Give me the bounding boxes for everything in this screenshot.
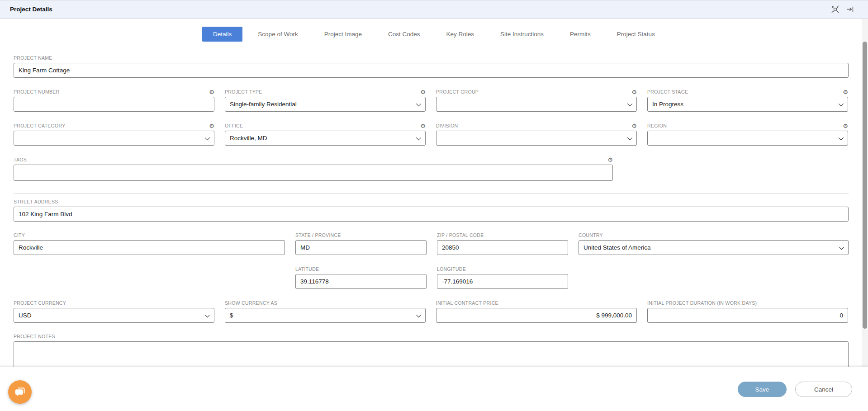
chevron-down-icon — [627, 135, 632, 140]
field-street-address: STREET ADDRESS — [14, 198, 849, 222]
field-project-name: PROJECT NAME — [14, 55, 849, 78]
window-actions — [830, 5, 854, 14]
field-country: COUNTRY United States of America — [579, 232, 849, 255]
chevron-down-icon — [205, 312, 210, 317]
scrollbar-thumb[interactable] — [863, 42, 867, 329]
vertical-scrollbar[interactable] — [862, 19, 868, 411]
gear-icon[interactable] — [209, 123, 214, 129]
initial-contract-price-input[interactable] — [436, 308, 637, 323]
exit-fullscreen-icon[interactable] — [830, 5, 840, 14]
street-address-input[interactable] — [14, 207, 849, 222]
region-select[interactable] — [647, 131, 848, 146]
initial-duration-label: INITIAL PROJECT DURATION (IN WORK DAYS) — [647, 300, 757, 306]
office-select[interactable]: Rockville, MD — [225, 131, 426, 146]
field-city: CITY — [14, 232, 285, 255]
state-input[interactable] — [295, 240, 427, 255]
tags-label: TAGS — [14, 157, 27, 162]
field-project-group: PROJECT GROUP — [436, 89, 637, 112]
project-stage-select[interactable]: In Progress — [647, 97, 848, 112]
field-project-number: PROJECT NUMBER — [14, 89, 214, 112]
cancel-button[interactable]: Cancel — [795, 382, 852, 397]
division-label: DIVISION — [436, 123, 458, 128]
field-region: REGION — [647, 123, 848, 146]
project-details-window: Project Details Details — [0, 0, 868, 411]
field-longitude: LONGITUDE — [437, 266, 568, 289]
street-address-label: STREET ADDRESS — [14, 199, 58, 204]
project-name-input[interactable] — [14, 63, 849, 78]
gear-icon[interactable] — [209, 89, 214, 95]
office-value: Rockville, MD — [230, 135, 267, 142]
chevron-down-icon — [416, 312, 421, 317]
field-project-stage: PROJECT STAGE In Progress — [647, 89, 848, 112]
city-label: CITY — [14, 232, 25, 238]
region-label: REGION — [647, 123, 667, 128]
initial-duration-input[interactable] — [647, 308, 848, 323]
gear-icon[interactable] — [843, 89, 848, 95]
details-form: PROJECT NAME PROJECT NUMBER PROJECT TYPE — [14, 55, 849, 382]
show-currency-as-select[interactable]: $ — [225, 308, 426, 323]
city-input[interactable] — [14, 240, 285, 255]
tags-input[interactable] — [14, 165, 613, 181]
office-label: OFFICE — [225, 123, 243, 128]
initial-contract-price-label: INITIAL CONTRACT PRICE — [436, 300, 498, 306]
chevron-down-icon — [416, 101, 421, 106]
gear-icon[interactable] — [631, 123, 637, 129]
tab-scope-of-work[interactable]: Scope of Work — [247, 27, 308, 42]
save-button[interactable]: Save — [738, 382, 787, 397]
project-currency-label: PROJECT CURRENCY — [14, 300, 66, 306]
project-name-label: PROJECT NAME — [14, 55, 52, 61]
tab-details[interactable]: Details — [202, 27, 242, 42]
chat-bubbles-icon — [14, 386, 26, 398]
gear-icon[interactable] — [420, 89, 426, 95]
field-zip: ZIP / POSTAL CODE — [437, 232, 568, 255]
field-tags: TAGS — [14, 156, 613, 181]
project-number-input[interactable] — [14, 97, 214, 112]
chevron-down-icon — [839, 101, 844, 106]
chevron-down-icon — [627, 101, 632, 106]
tab-project-status[interactable]: Project Status — [606, 27, 666, 42]
longitude-label: LONGITUDE — [437, 266, 466, 272]
project-group-select[interactable] — [436, 97, 637, 112]
show-currency-as-label: SHOW CURRENCY AS — [225, 300, 277, 306]
window-header: Project Details — [0, 0, 868, 19]
field-initial-duration: INITIAL PROJECT DURATION (IN WORK DAYS) — [647, 300, 848, 323]
field-project-type: PROJECT TYPE Single-family Residential — [225, 89, 426, 112]
project-type-value: Single-family Residential — [230, 101, 297, 108]
latitude-input[interactable] — [295, 274, 427, 289]
project-currency-select[interactable]: USD — [14, 308, 214, 323]
tab-cost-codes[interactable]: Cost Codes — [377, 27, 431, 42]
tab-project-image[interactable]: Project Image — [313, 27, 373, 42]
show-currency-as-value: $ — [230, 312, 233, 319]
tab-key-roles[interactable]: Key Roles — [436, 27, 485, 42]
project-number-label: PROJECT NUMBER — [14, 89, 59, 94]
chat-widget-button[interactable] — [8, 380, 32, 404]
tab-site-instructions[interactable]: Site Instructions — [489, 27, 555, 42]
field-latitude: LATITUDE — [295, 266, 427, 289]
window-title: Project Details — [10, 6, 52, 13]
project-type-select[interactable]: Single-family Residential — [225, 97, 426, 112]
tab-bar: Details Scope of Work Project Image Cost… — [0, 27, 868, 42]
project-category-select[interactable] — [14, 131, 214, 146]
project-type-label: PROJECT TYPE — [225, 89, 262, 94]
gear-icon[interactable] — [631, 89, 637, 95]
latitude-label: LATITUDE — [295, 266, 319, 272]
dock-right-icon[interactable] — [845, 5, 854, 14]
project-category-label: PROJECT CATEGORY — [14, 123, 66, 128]
tab-permits[interactable]: Permits — [559, 27, 602, 42]
field-show-currency-as: SHOW CURRENCY AS $ — [225, 300, 426, 323]
footer-bar: Save Cancel — [0, 367, 868, 411]
zip-input[interactable] — [437, 240, 568, 255]
field-initial-contract-price: INITIAL CONTRACT PRICE — [436, 300, 637, 323]
country-label: COUNTRY — [579, 232, 603, 238]
gear-icon[interactable] — [420, 123, 426, 129]
chevron-down-icon — [205, 135, 210, 140]
field-state: STATE / PROVINCE — [295, 232, 427, 255]
chevron-down-icon — [839, 135, 844, 140]
state-label: STATE / PROVINCE — [295, 232, 341, 238]
division-select[interactable] — [436, 131, 637, 146]
gear-icon[interactable] — [843, 123, 848, 129]
longitude-input[interactable] — [437, 274, 568, 289]
project-stage-label: PROJECT STAGE — [647, 89, 688, 94]
gear-icon[interactable] — [607, 157, 613, 163]
country-select[interactable]: United States of America — [579, 240, 849, 255]
